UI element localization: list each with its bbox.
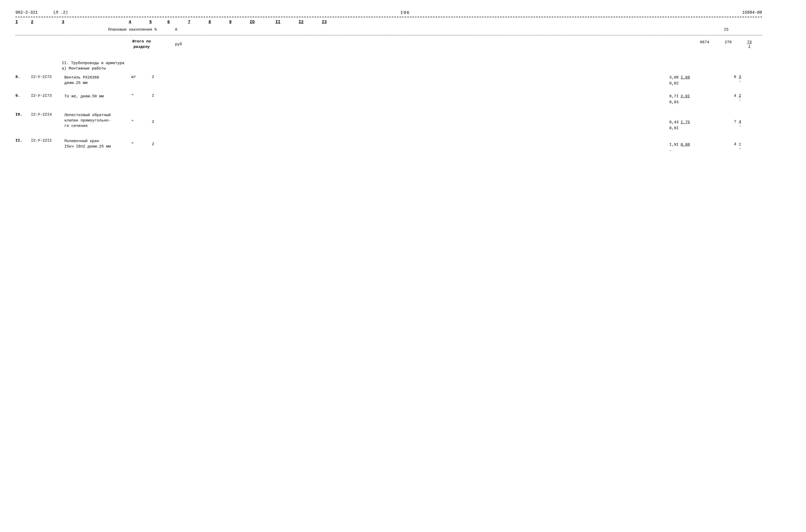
header-row: 902-2-321 (Л .2) I06 15894-08 bbox=[16, 10, 762, 15]
row-11-qty: 2 bbox=[152, 142, 170, 147]
row-11-unit: " bbox=[131, 142, 152, 147]
itogo-row: Итого по разделу руб 6674 270 73 I bbox=[16, 36, 762, 52]
row-10-col13: 4 - bbox=[739, 120, 762, 129]
col-header-3: 3 bbox=[62, 20, 129, 24]
page-number: I06 bbox=[400, 10, 410, 15]
row-11-col12: 4 bbox=[716, 142, 739, 147]
planovye-right-label: I5 bbox=[724, 27, 729, 32]
row-9-unit: " bbox=[131, 94, 152, 98]
col-header-10: IO bbox=[250, 20, 276, 24]
row-8-price: 3,08 I,68 0,02 bbox=[669, 75, 716, 87]
row-11-code: I2-У-22I2 bbox=[31, 138, 64, 143]
planovye-label: Плановые накопления bbox=[108, 27, 154, 32]
row-8-col12: 6 bbox=[716, 75, 739, 79]
col-header-8: 8 bbox=[208, 20, 229, 24]
row-9-col13: 2 - bbox=[739, 94, 762, 102]
sheet-ref: (Л .2) bbox=[53, 10, 68, 15]
col-header-12: I2 bbox=[299, 20, 322, 24]
doc-number: 902-2-321 bbox=[16, 10, 38, 15]
row-10-qty: 2 bbox=[152, 120, 170, 124]
table-row: II. I2-У-22I2 Поливочный кран I5кч I8п2 … bbox=[16, 137, 762, 155]
planovye-row: Плановые накопления % 6 I5 bbox=[16, 25, 762, 34]
row-11-num: II. bbox=[16, 138, 31, 143]
row-8-col13: 3 - bbox=[739, 75, 762, 84]
col-header-9: 9 bbox=[229, 20, 250, 24]
row-10-desc: Лепестковый обратный клапан прямоугольно… bbox=[64, 113, 131, 129]
row-8-code: I2-У-2I72 bbox=[31, 75, 64, 79]
section-title: II. Трубопроводы и арматура bbox=[62, 61, 762, 65]
itogo-values: 6674 270 73 I bbox=[700, 40, 752, 49]
table-row: I0. I2-У-22I4 Лепестковый обратный клапа… bbox=[16, 111, 762, 133]
col-header-11: II bbox=[276, 20, 299, 24]
row-9-num: 9. bbox=[16, 94, 31, 98]
itogo-val1: 6674 bbox=[700, 40, 709, 44]
column-headers: I 2 3 4 5 6 7 8 9 IO II I2 I3 bbox=[16, 19, 762, 25]
table-row: 9. I2-У-2I73 То же, диам.50 мм " I 8,7I … bbox=[16, 92, 762, 107]
col-header-4: 4 bbox=[129, 20, 149, 24]
itogo-val2: 270 bbox=[725, 40, 732, 44]
col-header-13: I3 bbox=[322, 20, 345, 24]
row-11-col13: = - bbox=[739, 142, 762, 151]
row-10-unit: " bbox=[131, 120, 152, 124]
row-9-col12: 4 bbox=[716, 94, 739, 98]
stamp: 15894-08 bbox=[742, 10, 762, 15]
row-10-num: I0. bbox=[16, 113, 31, 117]
row-10-col12: 7 bbox=[716, 120, 739, 124]
row-9-desc: То же, диам.50 мм bbox=[64, 94, 131, 99]
itogo-label: Итого по разделу bbox=[108, 39, 175, 50]
subsection-title: а) Монтажные работы bbox=[62, 66, 762, 71]
dashed-line-mid bbox=[16, 35, 762, 35]
row-9-code: I2-У-2I73 bbox=[31, 94, 64, 98]
row-10-code: I2-У-22I4 bbox=[31, 113, 64, 117]
row-8-num: 8. bbox=[16, 75, 31, 79]
row-9-price: 8,7I 2,0I 0,03 bbox=[669, 94, 716, 105]
col-header-5: 5 bbox=[149, 20, 167, 24]
itogo-val3: 73 I bbox=[747, 40, 752, 49]
col-header-6: 6 bbox=[167, 20, 188, 24]
planovye-value: 6 bbox=[175, 27, 193, 32]
col-header-2: 2 bbox=[31, 20, 62, 24]
row-8-qty: 2 bbox=[152, 75, 170, 79]
row-11-desc: Поливочный кран I5кч I8п2 диам.25 мм bbox=[64, 138, 131, 149]
header-left: 902-2-321 (Л .2) bbox=[16, 10, 68, 15]
col-header-1: I bbox=[16, 20, 31, 24]
dashed-line-top bbox=[16, 17, 762, 17]
row-11-price: I,9I 0,08 - bbox=[669, 142, 716, 154]
planovye-unit: % bbox=[154, 27, 175, 32]
table-row: 8. I2-У-2I72 Вентиль РХ26368 диам.25 мм … bbox=[16, 73, 762, 88]
page-container: 902-2-321 (Л .2) I06 15894-08 I 2 3 4 5 … bbox=[16, 10, 762, 155]
col-header-7: 7 bbox=[188, 20, 208, 24]
row-8-unit: шт bbox=[131, 75, 152, 79]
row-8-desc: Вентиль РХ26368 диам.25 мм bbox=[64, 75, 131, 86]
row-9-qty: I bbox=[152, 94, 170, 98]
itogo-unit: руб bbox=[175, 42, 195, 46]
row-10-price: 8,43 I,75 0,0I bbox=[669, 120, 716, 131]
